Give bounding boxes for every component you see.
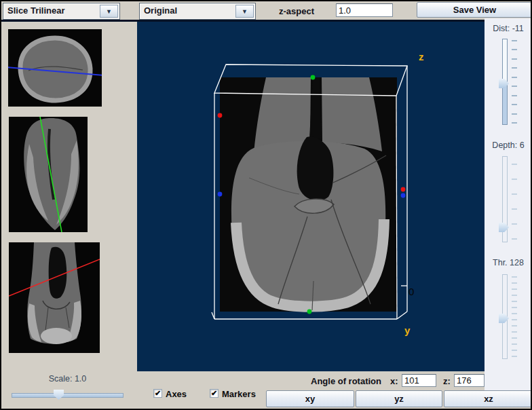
render-mode-value: Slice Trilinear — [3, 3, 98, 19]
lut-mode-dropdown-button[interactable]: ▼ — [235, 5, 254, 18]
axis-z-label: z — [419, 51, 424, 62]
volume-viewer-window: Slice Trilinear ▼ Original ▼ z-aspect Sa… — [0, 0, 532, 410]
rotation-label: Angle of rotation — [300, 376, 381, 386]
marker-blue-left — [218, 192, 223, 197]
thumbnail-yz-slice[interactable] — [9, 117, 88, 232]
save-view-button[interactable]: Save View — [417, 2, 532, 18]
z-aspect-input[interactable] — [336, 3, 393, 17]
depth-slider-label: Depth: 6 — [484, 141, 532, 150]
checkmark-icon: ✔ — [211, 389, 217, 397]
thr-slider-ticks — [512, 276, 517, 357]
marker-red-left — [218, 113, 223, 118]
render-mode-dropdown[interactable]: Slice Trilinear ▼ — [3, 3, 120, 20]
slice-thumbnail-panel — [3, 22, 137, 371]
rotation-z-input[interactable] — [454, 374, 484, 387]
pulp-chamber — [49, 247, 67, 299]
chevron-down-icon: ▼ — [242, 8, 248, 15]
marker-blue-right — [401, 193, 406, 198]
view-xy-button[interactable]: xy — [266, 390, 354, 407]
markers-checkbox-label: Markers — [222, 389, 256, 399]
axis-origin-label: 0 — [408, 286, 414, 297]
chevron-down-icon: ▼ — [106, 8, 112, 15]
thumbnail-xy-slice[interactable] — [8, 29, 102, 107]
lut-mode-value: Original — [140, 3, 234, 19]
scale-slider-track[interactable] — [12, 393, 124, 398]
slider-panel: Dist: -11 Depth: 6 Thr. 128 — [484, 18, 532, 390]
rotation-x-input[interactable] — [402, 374, 436, 387]
depth-slider-ticks — [512, 164, 517, 240]
thr-slider-label: Thr. 128 — [484, 258, 532, 267]
scale-slider-label: Scale: 1.0 — [12, 374, 124, 384]
enamel-patch-bottom — [41, 328, 72, 344]
checkmark-icon: ✔ — [155, 389, 161, 397]
volume-scene: z y 0 — [137, 22, 484, 371]
rotation-z-label: z: — [443, 376, 451, 386]
axes-checkbox[interactable]: ✔ — [153, 389, 162, 398]
marker-green-top — [311, 75, 316, 80]
volume-3d-view[interactable]: z y 0 — [137, 22, 484, 371]
dist-slider-label: Dist: -11 — [484, 24, 532, 33]
marker-green-bottom — [307, 310, 312, 314]
scale-slider-thumb[interactable] — [54, 390, 64, 400]
render-mode-dropdown-button[interactable]: ▼ — [100, 5, 118, 18]
marker-red-right — [401, 187, 406, 192]
markers-checkbox[interactable]: ✔ — [210, 389, 218, 398]
thumbnail-xz-slice[interactable] — [9, 242, 100, 353]
view-yz-button[interactable]: yz — [356, 390, 442, 407]
rotation-x-label: x: — [390, 376, 398, 386]
z-aspect-label: z-aspect — [271, 6, 322, 16]
axis-y-label: y — [404, 324, 411, 336]
lut-mode-dropdown[interactable]: Original ▼ — [139, 3, 256, 20]
axes-checkbox-label: Axes — [166, 389, 187, 399]
view-xz-button[interactable]: xz — [444, 390, 532, 407]
dist-slider-ticks — [512, 40, 517, 124]
